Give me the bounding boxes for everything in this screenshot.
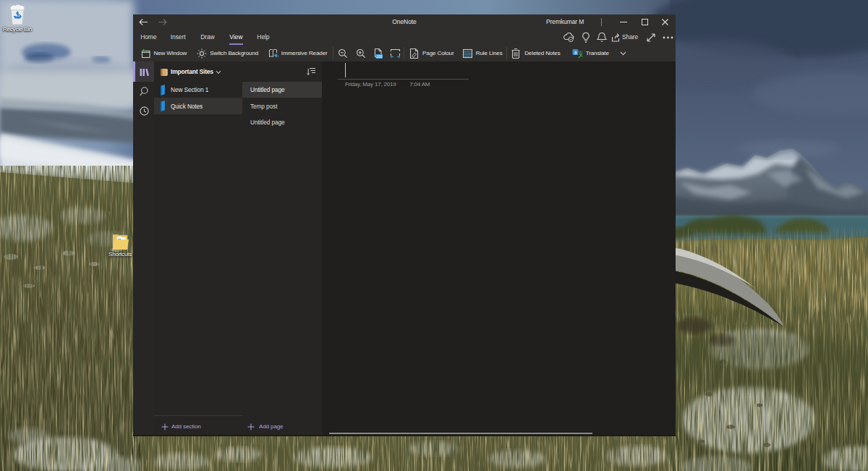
svg-text:a: a: [574, 50, 577, 55]
svg-text:100: 100: [376, 54, 383, 59]
